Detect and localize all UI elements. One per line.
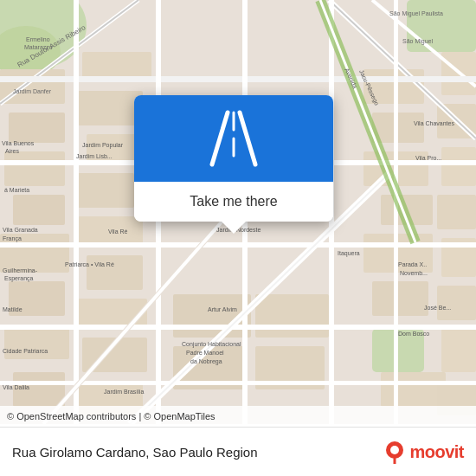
svg-text:Aires: Aires: [5, 148, 19, 154]
bottom-bar: Rua Girolamo Cardano, Sao Paulo Region m…: [0, 427, 476, 476]
svg-rect-38: [255, 294, 329, 338]
svg-rect-16: [74, 173, 134, 208]
svg-text:Jardim Lisb...: Jardim Lisb...: [76, 153, 113, 159]
svg-rect-49: [0, 242, 476, 248]
svg-rect-6: [9, 113, 65, 143]
moovit-pin-icon: [383, 440, 407, 464]
svg-text:São Miguel Paulista: São Miguel Paulista: [389, 10, 443, 17]
svg-text:São Miguel: São Miguel: [402, 38, 433, 45]
svg-text:Itaquera: Itaquera: [338, 250, 360, 257]
svg-text:Vila Ré: Vila Ré: [108, 228, 128, 235]
svg-text:Artur Alvim: Artur Alvim: [208, 306, 237, 312]
svg-text:Esperança: Esperança: [4, 275, 34, 282]
svg-text:Parada X..: Parada X..: [398, 261, 427, 267]
svg-rect-14: [78, 91, 143, 125]
svg-rect-19: [78, 299, 147, 329]
road-icon: [199, 108, 268, 169]
location-label: Rua Girolamo Cardano, Sao Paulo Region: [12, 445, 383, 460]
svg-point-104: [390, 446, 399, 454]
svg-text:da Nobrega: da Nobrega: [190, 358, 222, 365]
svg-rect-8: [13, 195, 65, 225]
svg-text:Jardim Danfer: Jardim Danfer: [13, 88, 52, 94]
svg-text:França: França: [3, 235, 22, 242]
moovit-wordmark: moovit: [409, 442, 464, 462]
svg-text:á Marieta: á Marieta: [4, 187, 29, 193]
svg-text:José Be...: José Be...: [424, 305, 451, 311]
svg-rect-50: [0, 325, 476, 330]
svg-rect-28: [381, 372, 446, 407]
svg-text:Ermelino: Ermelino: [26, 36, 50, 42]
svg-rect-18: [87, 255, 143, 290]
svg-text:Guilhermina-: Guilhermina-: [3, 267, 38, 273]
moovit-logo: moovit: [383, 440, 464, 464]
svg-rect-3: [407, 0, 476, 52]
svg-line-100: [240, 113, 255, 164]
svg-rect-51: [0, 381, 476, 385]
svg-text:Dom Bosco: Dom Bosco: [398, 331, 429, 337]
svg-text:Vila Dalila: Vila Dalila: [3, 384, 29, 390]
svg-rect-7: [4, 151, 65, 186]
attribution-text: © OpenStreetMap contributors | © OpenMap…: [7, 411, 215, 421]
svg-text:Matarazzo: Matarazzo: [24, 44, 53, 50]
svg-text:Cidade Patriarca: Cidade Patriarca: [3, 348, 48, 354]
popup-card: Take me there: [134, 95, 333, 222]
svg-rect-34: [437, 286, 476, 320]
svg-text:Vila Granada: Vila Granada: [3, 227, 38, 233]
svg-text:Patriarca • Vila Ré: Patriarca • Vila Ré: [65, 261, 114, 267]
svg-rect-31: [441, 147, 476, 186]
svg-rect-52: [74, 0, 79, 424]
svg-rect-47: [0, 76, 476, 82]
svg-text:Jardim Brasília: Jardim Brasília: [104, 389, 144, 395]
svg-text:Conjunto Habitacional: Conjunto Habitacional: [182, 341, 241, 348]
svg-text:Novemb...: Novemb...: [400, 270, 428, 276]
map-container: Rua Doutor Assis Ribeiro Ermelino Matara…: [0, 0, 476, 424]
svg-rect-56: [394, 0, 398, 424]
svg-text:Vila Pro...: Vila Pro...: [415, 155, 441, 161]
svg-text:Vila Chavantes: Vila Chavantes: [414, 120, 454, 126]
svg-text:Jardim Popular: Jardim Popular: [82, 142, 124, 149]
svg-text:Padre Manoel: Padre Manoel: [186, 350, 224, 356]
svg-line-99: [212, 113, 228, 164]
svg-rect-27: [372, 281, 428, 316]
svg-rect-32: [437, 195, 476, 229]
svg-text:Vila Buenos: Vila Buenos: [2, 140, 35, 146]
attribution-bar: © OpenStreetMap contributors | © OpenMap…: [0, 406, 476, 427]
svg-text:Matilde: Matilde: [3, 306, 23, 312]
popup-icon-area: [134, 95, 333, 182]
take-me-there-button[interactable]: Take me there: [134, 182, 333, 222]
svg-rect-35: [441, 329, 476, 372]
